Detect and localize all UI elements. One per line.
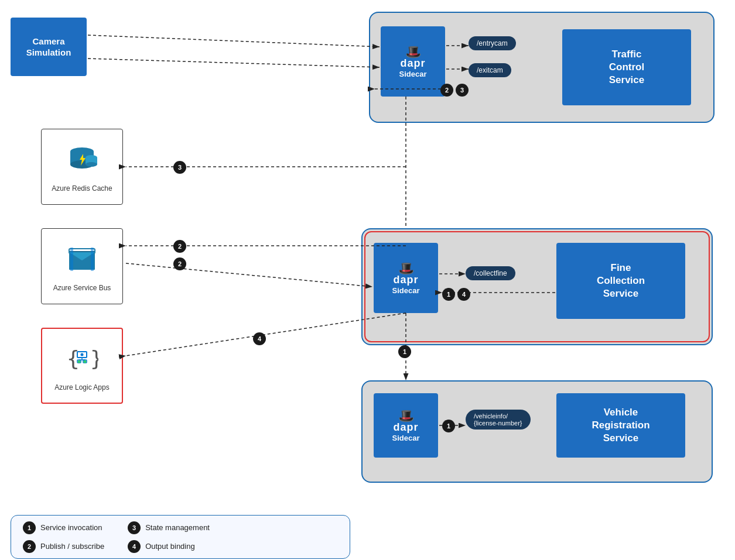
dapr-text-traffic: dapr — [400, 57, 425, 70]
svg-point-6 — [86, 162, 97, 167]
redis-label: Azure Redis Cache — [52, 184, 112, 193]
exitcam-label: /exitcam — [477, 66, 503, 74]
legend-col-left: 1 Service invocation 2 Publish / subscri… — [23, 521, 104, 553]
svg-rect-13 — [91, 248, 94, 271]
legend-label-4: Output binding — [145, 542, 195, 551]
legend-badge-3: 3 — [128, 521, 141, 534]
badge-1-fine: 1 — [442, 288, 455, 301]
servicebus-icon — [63, 241, 101, 278]
legend-item-2: 2 Publish / subscribe — [23, 540, 104, 553]
legend-badge-1: 1 — [23, 521, 36, 534]
traffic-service-text: Traffic Control Service — [609, 48, 645, 87]
logicapps-label: Azure Logic Apps — [54, 383, 109, 391]
svg-point-21 — [78, 360, 81, 363]
fine-service-text: Fine Collection Service — [597, 262, 645, 300]
legend-col-right: 3 State management 4 Output binding — [128, 521, 210, 553]
entrycam-label: /entrycam — [477, 39, 508, 47]
badge-1-vehicle: 1 — [398, 345, 411, 358]
legend-badge-2: 2 — [23, 540, 36, 553]
azure-redis-cache-box: Azure Redis Cache — [41, 129, 123, 205]
redis-icon — [63, 141, 101, 178]
sidecar-text-traffic: Sidecar — [399, 70, 427, 78]
svg-text:{: { — [67, 346, 80, 370]
legend-label-2: Publish / subscribe — [40, 542, 104, 551]
camera-simulation-label: Camera Simulation — [26, 36, 71, 59]
legend-item-1: 1 Service invocation — [23, 521, 104, 534]
badge-3-traffic: 3 — [456, 84, 469, 97]
camera-simulation-box: Camera Simulation — [11, 18, 87, 76]
legend-box: 1 Service invocation 2 Publish / subscri… — [11, 515, 350, 559]
servicebus-label: Azure Service Bus — [53, 284, 111, 292]
svg-line-27 — [88, 35, 380, 47]
legend-label-3: State management — [145, 523, 210, 532]
badge-3-redis: 3 — [173, 161, 186, 174]
sidecar-text-vehicle: Sidecar — [392, 434, 420, 442]
badge-4-logicapps: 4 — [253, 332, 266, 345]
dapr-sidecar-traffic: 🎩 dapr Sidecar — [381, 26, 445, 97]
vehicleinfo-label: /vehicleinfo/{license-number} — [474, 413, 522, 427]
legend-item-4: 4 Output binding — [128, 540, 210, 553]
svg-line-28 — [88, 59, 380, 67]
dapr-text-fine: dapr — [393, 274, 418, 286]
badge-2-servicebus-bottom: 2 — [173, 257, 186, 270]
dapr-sidecar-fine: 🎩 dapr Sidecar — [374, 243, 438, 313]
svg-point-22 — [84, 360, 87, 363]
vehicleinfo-endpoint: /vehicleinfo/{license-number} — [466, 410, 531, 430]
collectfine-label: /collectfine — [474, 269, 507, 277]
svg-text:}: } — [90, 346, 98, 370]
badge-4-fine: 4 — [457, 288, 470, 301]
badge-2-servicebus-top: 2 — [173, 240, 186, 253]
vehicle-service-label: Vehicle Registration Service — [556, 393, 685, 458]
azure-logic-apps-box: { } Azure Logic Apps — [41, 328, 123, 404]
legend-badge-4: 4 — [128, 540, 141, 553]
legend-item-3: 3 State management — [128, 521, 210, 534]
logicapps-icon: { } — [63, 340, 101, 377]
vehicle-service-text: Vehicle Registration Service — [592, 406, 649, 445]
dapr-text-vehicle: dapr — [393, 421, 418, 434]
collectfine-endpoint: /collectfine — [466, 266, 515, 280]
badge-2-traffic: 2 — [440, 84, 453, 97]
entrycam-endpoint: /entrycam — [469, 36, 516, 50]
dapr-sidecar-vehicle: 🎩 dapr Sidecar — [374, 393, 438, 458]
fine-service-label: Fine Collection Service — [556, 243, 685, 319]
svg-rect-12 — [70, 248, 73, 271]
svg-point-23 — [81, 353, 84, 356]
sidecar-text-fine: Sidecar — [392, 286, 420, 295]
badge-1-vehicleinfo: 1 — [442, 420, 455, 432]
exitcam-endpoint: /exitcam — [469, 63, 511, 77]
svg-line-35 — [126, 263, 372, 287]
legend-label-1: Service invocation — [40, 523, 102, 532]
traffic-service-label: Traffic Control Service — [562, 29, 691, 105]
diagram-container: Camera Simulation Azure Redis Cache — [0, 0, 735, 509]
azure-service-bus-box: Azure Service Bus — [41, 228, 123, 304]
